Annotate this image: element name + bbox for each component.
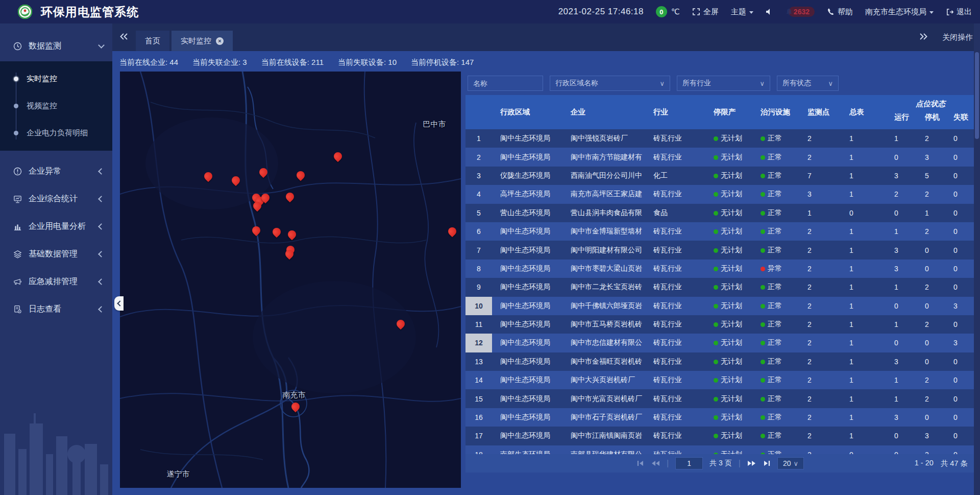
sidebar-subitem[interactable]: 企业电力负荷明细 [0, 120, 112, 147]
map-pin[interactable] [447, 226, 458, 238]
tabs-scroll-right-button[interactable] [919, 33, 928, 42]
map-pin[interactable] [286, 229, 298, 241]
map-pin[interactable] [395, 318, 407, 330]
sidebar-item-3[interactable]: 企业用电量分析 [0, 215, 112, 238]
sidebar-item-6[interactable]: 日志查看 [0, 298, 112, 320]
status-dot-green [761, 360, 765, 364]
table-row[interactable]: 14阆中生态环境局阆中大兴页岩机砖厂砖瓦行业无计划正常21120 [465, 371, 975, 389]
sidebar-item-1[interactable]: 企业异常 [0, 160, 112, 182]
table-row[interactable]: 4高坪生态环境局南充市高坪区王家店建砖瓦行业无计划正常31220 [465, 185, 975, 203]
table-row[interactable]: 6阆中生态环境局阆中市金博瑞新型墙材砖瓦行业无计划正常21120 [465, 222, 975, 241]
cell-running: 0 [886, 339, 917, 347]
map-pin[interactable] [284, 191, 296, 203]
col-industry: 行业 [645, 107, 705, 117]
table-row[interactable]: 5营山生态环境局营山县润丰肉食品有限食品无计划正常10010 [465, 204, 975, 222]
map-collapse-button[interactable] [114, 296, 124, 311]
map-pin[interactable] [290, 401, 302, 413]
table-row[interactable]: 11阆中生态环境局阆中市五马桥页岩机砖砖瓦行业无计划正常21120 [465, 315, 975, 334]
sidebar-item-5[interactable]: 应急减排管理 [0, 270, 112, 293]
status-select[interactable]: 所有状态 ∨ [777, 76, 839, 91]
prev-page-button[interactable] [651, 460, 660, 466]
tab-home[interactable]: 首页 [136, 31, 169, 51]
fullscreen-button[interactable]: 全屏 [692, 7, 719, 17]
map-panel[interactable]: 巴中市南充市遂宁市 [120, 72, 461, 488]
sidebar-subitem[interactable]: 实时监控 [0, 65, 112, 92]
cell-monitors: 2 [799, 432, 841, 440]
cell-lost: 0 [945, 432, 975, 440]
cell-facility: 正常 [752, 171, 799, 180]
cell-region: 高坪生态环境局 [492, 190, 562, 199]
table-row[interactable]: 7阆中生态环境局阆中明阳建材有限公司砖瓦行业无计划正常21300 [465, 241, 975, 259]
cell-running: 0 [886, 432, 917, 440]
map-city-label: 巴中市 [423, 120, 446, 129]
cell-company: 阆中市忠信建材有限公 [562, 338, 645, 347]
layers-icon [13, 250, 23, 258]
col-monitors: 监测点 [799, 107, 841, 117]
caret-down-icon [929, 11, 934, 14]
page-number-input[interactable] [675, 457, 703, 469]
table-row[interactable]: 17阆中生态环境局阆中市江南镇阆南页岩砖瓦行业无计划正常21030 [465, 427, 975, 445]
cell-running: 3 [886, 172, 917, 180]
org-menu[interactable]: 南充市生态环境局 [865, 7, 934, 17]
status-dot-green [714, 285, 718, 290]
table-row[interactable]: 15阆中生态环境局阆中市光富页岩机砖厂砖瓦行业无计划正常21120 [465, 389, 975, 408]
page-size-select[interactable]: 20 ∨ [777, 457, 804, 469]
industry-select[interactable]: 所有行业 ∨ [677, 76, 770, 91]
table-row[interactable]: 13阆中生态环境局阆中市金福旺页岩机砖砖瓦行业无计划正常21300 [465, 352, 975, 371]
table-row[interactable]: 3仪陇生态环境局西南油气田分公司川中化工无计划正常71350 [465, 167, 975, 185]
help-button[interactable]: 帮助 [827, 7, 853, 17]
map-pin[interactable] [251, 225, 262, 237]
table-row[interactable]: 1阆中生态环境局阆中强锐页岩砖厂砖瓦行业无计划正常21120 [465, 129, 975, 148]
cell-meters: 1 [841, 320, 886, 328]
cell-lost: 3 [945, 302, 975, 310]
status-dot-green [714, 360, 718, 364]
close-operations-button[interactable]: 关闭操作 [942, 33, 973, 42]
map-pin[interactable] [332, 151, 344, 162]
cell-region: 阆中生态环境局 [492, 338, 562, 347]
tab-realtime-monitor[interactable]: 实时监控 × [172, 31, 233, 51]
map-pin[interactable] [230, 175, 242, 186]
table-row[interactable]: 18南部生态环境局南部县瑞华建材有限公砖瓦行业无计划正常20020 [465, 445, 975, 454]
cell-monitors: 2 [799, 134, 841, 143]
table-row[interactable]: 9阆中生态环境局阆中市二龙长宝页岩砖砖瓦行业无计划正常21120 [465, 278, 975, 296]
map-pin[interactable] [203, 171, 214, 182]
chart-icon [13, 222, 23, 231]
cell-meters: 1 [841, 190, 886, 198]
vertical-scrollbar[interactable] [974, 23, 980, 495]
table-row[interactable]: 2阆中生态环境局阆中市南方节能建材有砖瓦行业无计划正常21030 [465, 148, 975, 166]
first-page-button[interactable] [636, 460, 644, 466]
cell-running: 0 [886, 153, 917, 161]
map-pin[interactable] [258, 167, 270, 178]
table-row[interactable]: 16阆中生态环境局阆中市石子页岩机砖厂砖瓦行业无计划正常21300 [465, 408, 975, 427]
cell-region: 南部生态环境局 [492, 450, 562, 454]
last-page-button[interactable] [763, 460, 771, 466]
sidebar-item-0[interactable]: 数据监测 [0, 35, 112, 57]
tab-close-icon[interactable]: × [216, 37, 224, 45]
tabs-scroll-left-button[interactable] [119, 33, 128, 42]
next-page-button[interactable] [747, 460, 756, 466]
sidebar-subitem[interactable]: 视频监控 [0, 92, 112, 120]
sidebar-item-label: 企业用电量分析 [29, 221, 98, 232]
scrollbar-thumb[interactable] [975, 52, 979, 139]
table-row[interactable]: 8阆中生态环境局阆中市枣碧大梁山页岩砖瓦行业无计划异常21300 [465, 260, 975, 278]
sidebar-item-2[interactable]: 企业综合统计 [0, 187, 112, 210]
cell-industry: 砖瓦行业 [645, 246, 705, 255]
theme-menu[interactable]: 主题 [731, 7, 753, 17]
table-row[interactable]: 12阆中生态环境局阆中市忠信建材有限公砖瓦行业无计划正常21003 [465, 334, 975, 352]
notifications[interactable]: 2632 [786, 7, 815, 17]
row-number: 1 [465, 129, 492, 148]
cell-lost: 0 [945, 395, 975, 403]
cell-industry: 食品 [645, 208, 705, 218]
cell-monitors: 1 [799, 209, 841, 217]
status-dot-green [714, 174, 718, 178]
mute-button[interactable] [766, 8, 773, 15]
logout-button[interactable]: 退出 [946, 7, 972, 17]
region-select[interactable]: 行政区域名称 ∨ [550, 76, 670, 91]
map-pin[interactable] [271, 226, 283, 238]
table-row[interactable]: 10阆中生态环境局阆中千佛镇六郎垭页岩砖瓦行业无计划正常21003 [465, 297, 975, 315]
map-pin[interactable] [295, 170, 307, 181]
cell-stopped: 2 [917, 320, 945, 328]
name-search-input[interactable] [473, 79, 537, 87]
row-number: 14 [465, 371, 492, 389]
sidebar-item-4[interactable]: 基础数据管理 [0, 243, 112, 265]
